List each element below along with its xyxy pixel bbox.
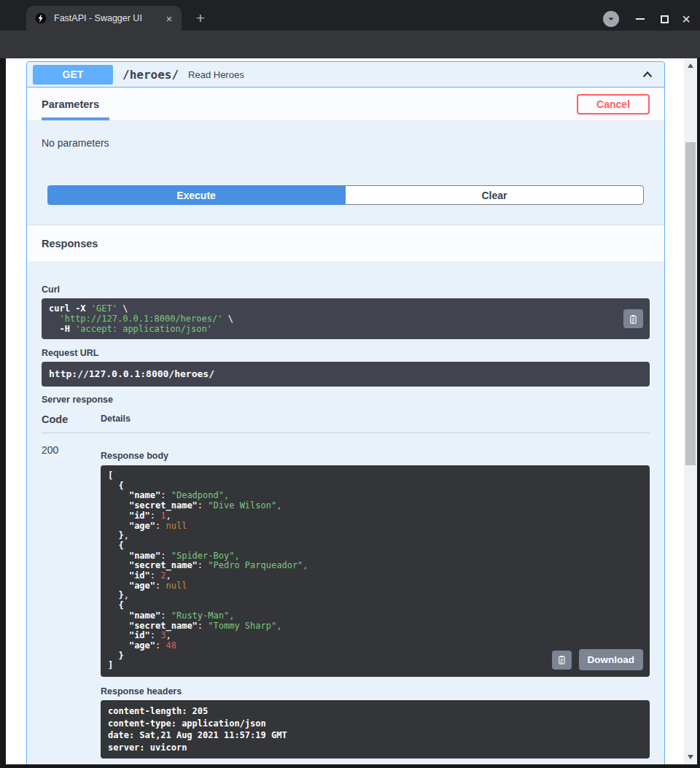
request-url-label: Request URL — [42, 348, 650, 358]
parameters-header: Parameters Cancel — [27, 88, 664, 121]
server-response-label: Server response — [42, 395, 650, 405]
parameters-tab[interactable]: Parameters — [42, 98, 99, 110]
maximize-icon — [661, 15, 669, 23]
parameters-body: No parameters Execute Clear — [27, 121, 664, 225]
response-body-block: [ { "name": "Deadpond", "secret_name": "… — [101, 465, 650, 677]
request-url-block: http://127.0.0.1:8000/heroes/ — [42, 362, 650, 387]
parameters-tab-underline — [42, 117, 109, 120]
execute-button[interactable]: Execute — [47, 185, 345, 205]
endpoint-summary: Read Heroes — [188, 69, 641, 80]
tab-title: FastAPI - Swagger UI — [54, 13, 163, 23]
code-column-header: Code — [42, 414, 101, 425]
server-response-table: Code Details 200 Response body [ { "name… — [42, 414, 650, 759]
curl-block: curl -X 'GET' \ 'http://127.0.0.1:8000/h… — [42, 298, 650, 339]
tab-close-icon[interactable]: × — [163, 12, 176, 25]
responses-body: Curl curl -X 'GET' \ 'http://127.0.0.1:8… — [27, 263, 664, 764]
responses-title: Responses — [42, 238, 98, 249]
response-headers-block: content-length: 205 content-type: applic… — [101, 700, 650, 759]
curl-command: curl -X 'GET' \ 'http://127.0.0.1:8000/h… — [49, 303, 616, 334]
scrollbar[interactable] — [684, 58, 697, 764]
execute-row: Execute Clear — [47, 185, 644, 205]
cancel-button[interactable]: Cancel — [577, 94, 650, 115]
close-window-button[interactable]: × — [677, 10, 695, 28]
response-body-label: Response body — [101, 451, 650, 461]
browser-tab[interactable]: FastAPI - Swagger UI × — [26, 6, 182, 31]
new-tab-button[interactable]: + — [191, 9, 210, 28]
window-bottom-edge — [0, 764, 700, 768]
close-icon: × — [682, 12, 691, 26]
window-right-edge — [697, 58, 700, 768]
response-headers-label: Response headers — [101, 686, 650, 697]
chevron-down-icon — [607, 15, 615, 23]
maximize-button[interactable] — [656, 10, 673, 28]
clipboard-icon — [556, 654, 567, 665]
table-header: Code Details — [42, 414, 650, 433]
response-body-json: [ { "name": "Deadpond", "secret_name": "… — [108, 471, 642, 671]
scrollbar-thumb[interactable] — [685, 142, 696, 465]
copy-response-button[interactable] — [552, 651, 572, 670]
no-parameters-text: No parameters — [42, 137, 664, 149]
request-url-value: http://127.0.0.1:8000/heroes/ — [49, 368, 642, 380]
minimize-icon — [636, 18, 645, 20]
curl-label: Curl — [42, 284, 650, 295]
page-content: GET /heroes/ Read Heroes Parameters Canc… — [6, 58, 684, 764]
response-headers-text: content-length: 205 content-type: applic… — [108, 705, 642, 753]
browser-toolbar: 127.0.0.1:8000/docs#/default/read_heroes… — [0, 31, 700, 58]
fastapi-favicon-icon — [35, 12, 47, 24]
collapse-chevron-icon[interactable] — [641, 68, 654, 81]
endpoint-path: /heroes/ — [122, 68, 179, 82]
copy-curl-button[interactable] — [623, 309, 643, 328]
browser-window: FastAPI - Swagger UI × + × 127.0.0.1:800… — [0, 0, 700, 768]
scroll-up-arrow[interactable] — [688, 63, 693, 68]
tab-bar: FastAPI - Swagger UI × + × — [0, 0, 700, 31]
status-code: 200 — [42, 444, 101, 759]
clear-button[interactable]: Clear — [345, 185, 644, 205]
clipboard-icon — [628, 314, 639, 325]
details-cell: Response body [ { "name": "Deadpond", "s… — [101, 444, 650, 759]
responses-header: Responses — [27, 225, 664, 263]
download-button[interactable]: Download — [579, 649, 644, 670]
minimize-button[interactable] — [631, 10, 649, 28]
scroll-down-arrow[interactable] — [688, 755, 693, 759]
table-row: 200 Response body [ { "name": "Deadpond"… — [42, 433, 650, 759]
response-body-buttons: Download — [552, 649, 644, 670]
details-column-header: Details — [101, 414, 131, 425]
method-badge: GET — [33, 65, 113, 85]
opblock-get-heroes: GET /heroes/ Read Heroes Parameters Canc… — [26, 61, 665, 764]
tab-search-button[interactable] — [603, 11, 619, 27]
opblock-summary[interactable]: GET /heroes/ Read Heroes — [27, 62, 664, 88]
